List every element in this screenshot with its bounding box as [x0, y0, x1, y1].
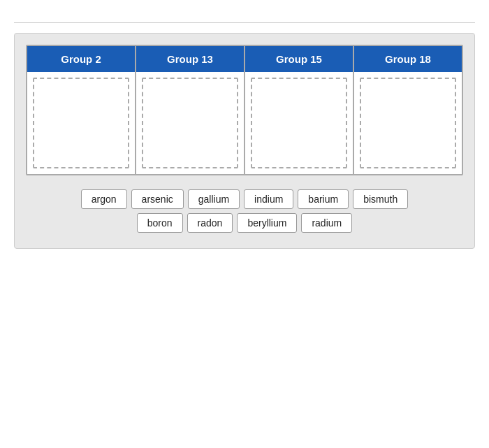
group-header-group13: Group 13: [136, 46, 244, 72]
element-chip-beryllium[interactable]: beryllium: [237, 213, 297, 233]
group-drop-zone-group13[interactable]: [142, 78, 238, 168]
drag-drop-area: Group 2Group 13Group 15Group 18 argonars…: [14, 33, 475, 249]
element-chip-bismuth[interactable]: bismuth: [353, 189, 408, 209]
group-col-group2[interactable]: Group 2: [27, 46, 136, 174]
elements-list: argonarsenicgalliumindiumbariumbismuthbo…: [26, 187, 463, 236]
element-chip-boron[interactable]: boron: [137, 213, 183, 233]
element-chip-radium[interactable]: radium: [301, 213, 352, 233]
group-col-group13[interactable]: Group 13: [136, 46, 245, 174]
group-col-group18[interactable]: Group 18: [354, 46, 462, 174]
groups-table: Group 2Group 13Group 15Group 18: [26, 45, 463, 175]
group-header-group15: Group 15: [245, 46, 353, 72]
group-col-group15[interactable]: Group 15: [245, 46, 354, 174]
element-chip-argon[interactable]: argon: [81, 189, 127, 209]
group-header-group18: Group 18: [354, 46, 462, 72]
element-chip-arsenic[interactable]: arsenic: [131, 189, 184, 209]
page-wrapper: Group 2Group 13Group 15Group 18 argonars…: [0, 0, 489, 448]
element-chip-radon[interactable]: radon: [187, 213, 233, 233]
element-chip-gallium[interactable]: gallium: [188, 189, 240, 209]
group-drop-zone-group18[interactable]: [360, 78, 456, 168]
group-header-group2: Group 2: [27, 46, 135, 72]
divider: [14, 22, 475, 23]
group-drop-zone-group2[interactable]: [33, 78, 129, 168]
group-drop-zone-group15[interactable]: [251, 78, 347, 168]
element-chip-barium[interactable]: barium: [298, 189, 349, 209]
element-chip-indium[interactable]: indium: [244, 189, 293, 209]
elements-row-2: boronradonberylliumradium: [26, 213, 463, 233]
elements-row-1: argonarsenicgalliumindiumbariumbismuth: [26, 189, 463, 209]
